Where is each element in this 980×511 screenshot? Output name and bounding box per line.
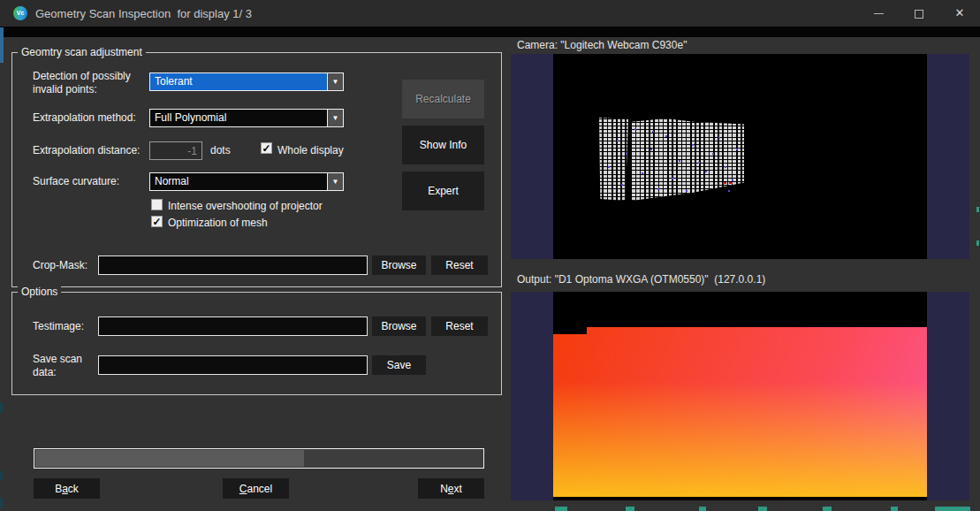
whole-display-label: Whole display	[277, 144, 344, 157]
mesh-optimization-checkbox[interactable]: ✓	[151, 216, 163, 227]
bottom-edge-artifact	[891, 507, 898, 511]
options-groupbox: Options Testimage: Browse Reset Save sca…	[11, 292, 502, 395]
dialog-window: Vc Geometry Scan Inspection for display …	[0, 0, 980, 511]
scan-dot-pattern	[632, 118, 744, 201]
whole-display-checkbox[interactable]: ✓	[261, 142, 272, 154]
save-scan-save-button[interactable]: Save	[372, 355, 426, 375]
cancel-button[interactable]: Cancel	[223, 478, 289, 499]
extrapolation-method-label: Extrapolation method:	[33, 111, 136, 125]
app-logo-icon: Vc	[13, 6, 27, 20]
chevron-down-icon[interactable]: ▼	[327, 110, 343, 126]
window-title: Geometry Scan Inspection for display 1/ …	[35, 7, 252, 20]
crop-mask-label: Crop-Mask:	[33, 259, 87, 272]
bottom-edge-artifact	[626, 507, 634, 511]
output-preview-border	[927, 292, 969, 500]
camera-preview	[511, 54, 969, 259]
dots-label: dots	[210, 144, 231, 157]
mesh-optimization-label: Optimization of mesh	[168, 217, 268, 230]
scan-blue-points	[599, 118, 601, 119]
detection-value: Tolerant	[150, 73, 327, 90]
expert-button[interactable]: Expert	[402, 172, 484, 210]
maximize-button[interactable]	[899, 0, 939, 27]
right-edge-artifact	[976, 240, 979, 246]
surface-curvature-value: Normal	[150, 173, 327, 190]
testimage-browse-button[interactable]: Browse	[372, 317, 426, 336]
chevron-down-icon[interactable]: ▼	[327, 173, 343, 190]
progress-bar-fill	[35, 450, 304, 467]
left-edge-artifact	[0, 498, 3, 508]
check-icon: ✓	[262, 143, 271, 154]
output-preview-border	[511, 292, 553, 500]
recalculate-button: Recalculate	[402, 80, 484, 118]
crop-mask-input[interactable]	[98, 256, 368, 275]
close-icon: ✕	[955, 6, 965, 19]
camera-preview-border	[511, 54, 553, 259]
testimage-label: Testimage:	[33, 320, 84, 333]
surface-curvature-combobox[interactable]: Normal ▼	[149, 172, 344, 191]
scan-dot-pattern	[599, 118, 628, 201]
extrapolation-method-combobox[interactable]: Full Polynomial ▼	[149, 109, 344, 127]
save-scan-input[interactable]	[98, 355, 368, 375]
intense-overshoot-label: Intense overshooting of projector	[168, 200, 323, 213]
maximize-icon	[915, 10, 923, 19]
minimize-button[interactable]	[858, 0, 899, 27]
next-button[interactable]: Next	[418, 478, 484, 499]
output-gradient-notch	[553, 327, 587, 334]
output-preview	[511, 292, 969, 500]
bottom-edge-artifact	[935, 507, 970, 511]
crop-mask-browse-button[interactable]: Browse	[372, 256, 426, 275]
extrapolation-distance-label: Extrapolation distance:	[33, 144, 140, 157]
surface-curvature-label: Surface curvature:	[33, 175, 119, 188]
title-bar: Vc Geometry Scan Inspection for display …	[0, 0, 980, 27]
detection-combobox[interactable]: Tolerant ▼	[149, 72, 344, 91]
testimage-reset-button[interactable]: Reset	[431, 317, 488, 336]
bottom-edge-artifact	[555, 507, 567, 511]
bottom-edge-artifact	[758, 507, 767, 511]
next-button-label: Next	[440, 483, 462, 495]
close-button[interactable]: ✕	[939, 0, 980, 27]
output-panel-label: Output: "D1 Optoma WXGA (OTM0550)" (127.…	[517, 273, 765, 286]
chevron-down-icon[interactable]: ▼	[327, 73, 343, 90]
extrapolation-method-value: Full Polynomial	[150, 110, 327, 126]
left-edge-artifact	[0, 471, 3, 480]
intense-overshoot-checkbox[interactable]: ✓	[151, 199, 163, 210]
crop-mask-reset-button[interactable]: Reset	[431, 256, 488, 275]
camera-preview-border	[927, 54, 969, 259]
output-bottom-black	[553, 497, 927, 500]
options-group-title: Options	[18, 286, 61, 298]
output-gradient-image	[553, 327, 927, 497]
testimage-input[interactable]	[98, 317, 368, 336]
left-edge-artifact	[0, 402, 3, 413]
progress-bar	[34, 448, 484, 469]
scan-red-points	[723, 182, 726, 184]
left-edge-artifact	[0, 27, 4, 63]
save-scan-label: Save scan data:	[33, 353, 93, 379]
check-icon: ✓	[152, 217, 162, 227]
right-edge-artifact	[976, 207, 979, 212]
bottom-edge-artifact	[823, 507, 832, 511]
detection-label: Detection of possibly invalid points:	[33, 70, 152, 96]
minimize-icon	[874, 13, 884, 14]
back-button-label: Back	[55, 483, 79, 495]
bottom-edge-artifact	[699, 507, 706, 511]
output-top-black	[553, 292, 927, 327]
camera-panel-label: Camera: "Logitech Webcam C930e"	[517, 39, 687, 51]
top-black-strip	[0, 27, 980, 37]
back-button[interactable]: Back	[34, 478, 100, 499]
adjustment-group-title: Geomtry scan adjustment	[18, 46, 146, 58]
extrapolation-distance-input	[149, 141, 202, 160]
cancel-button-label: Cancel	[239, 483, 272, 495]
show-info-button[interactable]: Show Info	[402, 126, 484, 164]
